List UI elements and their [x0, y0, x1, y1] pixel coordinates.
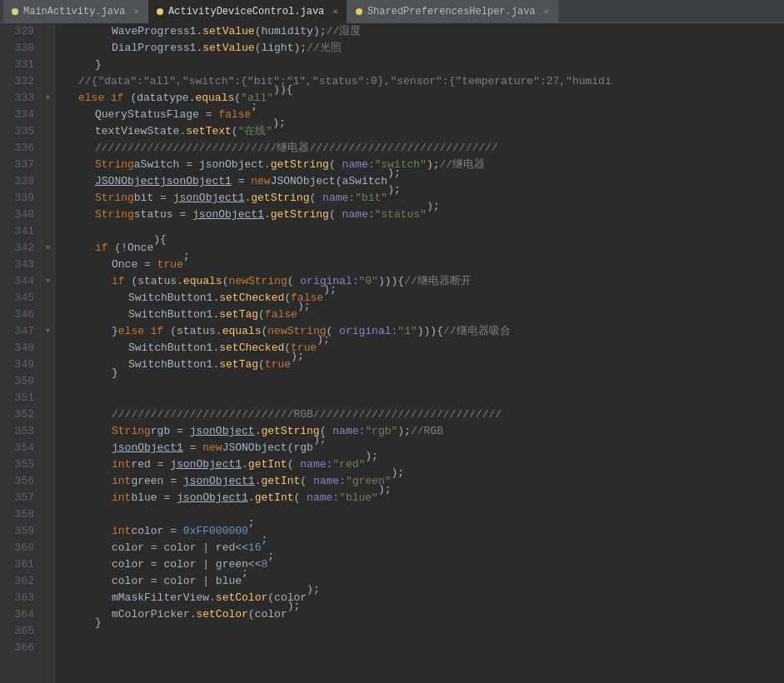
tab-close-device[interactable]: ✕: [332, 6, 338, 17]
code-line-366: [62, 640, 784, 656]
code-line-332: //{"data":"all","switch":{"bit":"1","sta…: [62, 73, 784, 90]
code-line-331: }: [62, 57, 784, 73]
code-line-340: String status = jsonObject1.getString( n…: [62, 207, 784, 223]
tab-shared-prefs[interactable]: SharedPreferencesHelper.java ✕: [347, 0, 558, 23]
code-line-354: jsonObject1 = new JSONObject(rgb);: [62, 440, 784, 456]
code-content: WaveProgress1.setValue(humidity);//湿度 Di…: [55, 23, 784, 683]
code-line-329: WaveProgress1.setValue(humidity);//湿度: [62, 23, 784, 40]
tab-main-activity[interactable]: MainActivity.java ✕: [3, 0, 148, 23]
code-line-363: mMaskFilterView.setColor(color);: [62, 590, 784, 606]
code-line-346: SwitchButton1.setTag(false);: [62, 307, 784, 323]
code-line-365: }: [62, 623, 784, 640]
code-line-339: String bit = jsonObject1.getString( name…: [62, 190, 784, 207]
tab-label-main: MainActivity.java: [23, 6, 125, 17]
code-line-358: [62, 506, 784, 523]
tab-activity-device[interactable]: ActivityDeviceControl.java ✕: [148, 0, 347, 23]
tab-close-shared[interactable]: ✕: [544, 6, 550, 17]
tab-dot-shared: [356, 8, 362, 15]
editor-area: 329 330 331 332 333 334 335 336 337 338 …: [0, 23, 784, 683]
code-line-337: String aSwitch = jsonObject.getString( n…: [62, 157, 784, 173]
code-line-333: else if (datatype.equals("all")){: [62, 90, 784, 107]
code-line-335: textViewState.setText("在线");: [62, 123, 784, 140]
line-numbers: 329 330 331 332 333 334 335 336 337 338 …: [0, 23, 42, 683]
code-line-362: color = color | blue;: [62, 573, 784, 590]
fold-347[interactable]: ▼: [46, 327, 50, 336]
tab-dot-device: [157, 8, 163, 15]
code-line-359: int color = 0xFF000000;: [62, 523, 784, 540]
code-line-348: SwitchButton1.setChecked(true);: [62, 340, 784, 356]
fold-333[interactable]: ▼: [46, 94, 50, 102]
tab-bar: MainActivity.java ✕ ActivityDeviceContro…: [0, 0, 784, 23]
tab-label-shared: SharedPreferencesHelper.java: [367, 6, 536, 17]
code-line-356: int green = jsonObject1.getInt( name: "g…: [62, 473, 784, 490]
code-line-360: color = color | red<<16;: [62, 540, 784, 556]
code-line-364: mColorPicker.setColor(color);: [62, 606, 784, 623]
code-line-351: [62, 390, 784, 406]
code-line-352: ////////////////////////////RGB/////////…: [62, 406, 784, 423]
code-line-345: SwitchButton1.setChecked(false);: [62, 290, 784, 307]
code-line-343: Once = true;: [62, 257, 784, 273]
tab-dot-main: [12, 8, 18, 15]
code-line-349: SwitchButton1.setTag(true);: [62, 356, 784, 373]
fold-342[interactable]: ▼: [46, 244, 50, 252]
code-line-355: int red = jsonObject1.getInt( name: "red…: [62, 456, 784, 473]
code-line-347: }else if (status.equals(new String( orig…: [62, 323, 784, 340]
code-line-350: }: [62, 373, 784, 390]
code-line-357: int blue = jsonObject1.getInt( name: "bl…: [62, 490, 784, 506]
code-line-344: if (status.equals(new String( original: …: [62, 273, 784, 290]
code-line-342: if (!Once){: [62, 240, 784, 257]
fold-344[interactable]: ▼: [46, 277, 50, 286]
code-line-338: JSONObject jsonObject1 = new JSONObject(…: [62, 173, 784, 190]
tab-label-device: ActivityDeviceControl.java: [168, 6, 324, 17]
code-line-353: String rgb = jsonObject.getString( name:…: [62, 423, 784, 440]
code-line-361: color = color | green<<8;: [62, 556, 784, 573]
code-line-330: DialProgress1.setValue(light);//光照: [62, 40, 784, 57]
code-line-334: QueryStatusFlage = false;: [62, 107, 784, 123]
tab-close-main[interactable]: ✕: [133, 6, 139, 17]
gutter: ▼ ▼ ▼ ▼: [42, 23, 55, 683]
code-line-336: ////////////////////////////继电器/////////…: [62, 140, 784, 157]
